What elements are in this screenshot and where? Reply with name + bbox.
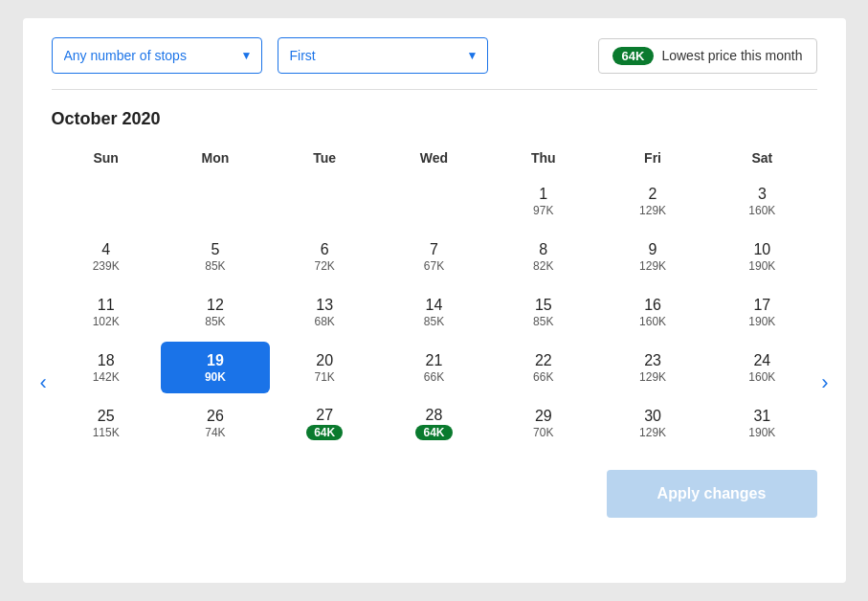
day-price: 68K	[315, 315, 335, 328]
day-number: 19	[207, 351, 224, 369]
day-number: 25	[98, 407, 115, 425]
day-number: 23	[644, 351, 661, 369]
calendar-day-9[interactable]: 9129K	[598, 231, 707, 282]
day-number: 4	[101, 240, 110, 258]
day-price: 190K	[748, 259, 775, 273]
calendar-day-15[interactable]: 1585K	[489, 286, 598, 338]
calendar-day-28[interactable]: 2864K	[379, 397, 488, 449]
calendar-day-10[interactable]: 10190K	[707, 231, 816, 282]
calendar-empty	[379, 175, 488, 227]
stops-filter[interactable]: Any number of stops	[52, 37, 262, 74]
day-price: 160K	[748, 204, 775, 217]
calendar-day-13[interactable]: 1368K	[270, 286, 379, 338]
calendar-empty	[161, 175, 270, 227]
day-number: 16	[644, 296, 661, 314]
day-price: 129K	[639, 204, 666, 217]
day-price: 66K	[533, 370, 553, 384]
lowest-price-label: Lowest price this month	[661, 48, 802, 63]
price-badge: 64K	[415, 425, 452, 440]
day-price: 239K	[93, 259, 120, 273]
day-price: 71K	[315, 370, 335, 384]
day-number: 3	[758, 185, 767, 203]
day-price: 70K	[533, 426, 553, 439]
stops-filter-wrapper: Any number of stops ▼	[52, 37, 262, 74]
calendar-day-21[interactable]: 2166K	[379, 342, 488, 393]
calendar-day-8[interactable]: 882K	[489, 231, 598, 282]
day-number: 13	[316, 296, 333, 314]
price-badge: 64K	[306, 425, 343, 440]
day-number: 6	[321, 240, 329, 258]
day-number: 1	[539, 185, 547, 203]
day-number: 15	[535, 296, 552, 314]
calendar-day-16[interactable]: 16160K	[598, 286, 707, 338]
day-name-wed: Wed	[379, 146, 488, 169]
calendar-day-14[interactable]: 1485K	[379, 286, 488, 338]
calendar-empty	[270, 175, 379, 227]
class-filter-wrapper: First ▼	[278, 37, 488, 74]
apply-changes-button[interactable]: Apply changes	[607, 470, 817, 518]
calendar-header: SunMonTueWedThuFriSat	[52, 146, 817, 169]
day-number: 22	[535, 351, 552, 369]
calendar-day-2[interactable]: 2129K	[598, 175, 707, 227]
calendar-day-12[interactable]: 1285K	[161, 286, 270, 338]
calendar-day-6[interactable]: 672K	[270, 231, 379, 282]
day-price: 72K	[315, 259, 335, 273]
calendar-day-31[interactable]: 31190K	[707, 397, 816, 449]
day-name-tue: Tue	[270, 146, 379, 169]
calendar-day-30[interactable]: 30129K	[598, 397, 707, 449]
calendar-day-18[interactable]: 18142K	[52, 342, 161, 393]
day-price: 102K	[93, 315, 120, 328]
day-number: 12	[207, 296, 224, 314]
day-name-thu: Thu	[489, 146, 598, 169]
calendar-day-5[interactable]: 585K	[161, 231, 270, 282]
day-price: 85K	[424, 315, 444, 328]
calendar-empty	[52, 175, 161, 227]
calendar-day-19[interactable]: 1990K	[161, 342, 270, 393]
day-price: 160K	[639, 315, 666, 328]
day-price: 97K	[533, 204, 553, 217]
day-price: 115K	[93, 426, 120, 439]
day-price: 160K	[748, 370, 775, 384]
prev-month-button[interactable]: ‹	[33, 363, 55, 403]
day-number: 31	[753, 407, 770, 425]
day-number: 26	[207, 407, 224, 425]
day-price: 190K	[748, 315, 775, 328]
calendar-day-1[interactable]: 197K	[489, 175, 598, 227]
day-number: 9	[649, 240, 657, 258]
day-number: 14	[426, 296, 443, 314]
class-filter[interactable]: First	[278, 37, 488, 74]
footer-row: Apply changes	[52, 470, 817, 518]
calendar-day-3[interactable]: 3160K	[707, 175, 816, 227]
day-number: 20	[316, 351, 333, 369]
day-number: 7	[430, 240, 438, 258]
calendar-day-22[interactable]: 2266K	[489, 342, 598, 393]
calendar-day-20[interactable]: 2071K	[270, 342, 379, 393]
calendar-day-17[interactable]: 17190K	[707, 286, 816, 338]
day-number: 17	[753, 296, 770, 314]
lowest-price-pill: 64K	[612, 47, 655, 65]
day-price: 82K	[533, 259, 553, 273]
day-price: 129K	[639, 426, 666, 439]
calendar-day-11[interactable]: 11102K	[52, 286, 161, 338]
day-number: 5	[211, 240, 219, 258]
calendar-day-7[interactable]: 767K	[379, 231, 488, 282]
day-number: 18	[98, 351, 115, 369]
next-month-button[interactable]: ›	[813, 363, 835, 403]
calendar-day-26[interactable]: 2674K	[161, 397, 270, 449]
day-name-sun: Sun	[52, 146, 161, 169]
day-price: 85K	[205, 315, 225, 328]
lowest-price-badge: 64K Lowest price this month	[598, 38, 817, 74]
day-price: 142K	[93, 370, 120, 384]
divider	[52, 89, 817, 90]
calendar-day-24[interactable]: 24160K	[707, 342, 816, 393]
calendar-day-23[interactable]: 23129K	[598, 342, 707, 393]
calendar-day-25[interactable]: 25115K	[52, 397, 161, 449]
day-name-mon: Mon	[161, 146, 270, 169]
day-price: 190K	[748, 426, 775, 439]
day-price: 85K	[205, 259, 225, 273]
calendar-day-4[interactable]: 4239K	[52, 231, 161, 282]
calendar-grid: 197K2129K3160K4239K585K672K767K882K9129K…	[52, 175, 817, 449]
calendar-modal: Any number of stops ▼ First ▼ 64K Lowest…	[23, 18, 846, 583]
calendar-day-29[interactable]: 2970K	[489, 397, 598, 449]
calendar-day-27[interactable]: 2764K	[270, 397, 379, 449]
